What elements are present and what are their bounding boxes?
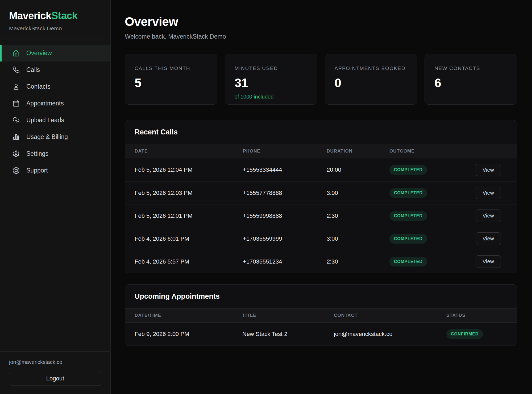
page-subtitle: Welcome back, MaverickStack Demo — [125, 33, 517, 40]
column-header-title: TITLE — [242, 313, 334, 318]
stat-value: 31 — [235, 76, 307, 90]
brand-second-word: Stack — [51, 10, 78, 21]
status-badge: CONFIRMED — [446, 329, 483, 339]
call-phone: +15557778888 — [243, 190, 327, 196]
view-button[interactable]: View — [476, 164, 501, 176]
brand: MaverickStack MaverickStack Demo — [0, 0, 110, 39]
stat-label: NEW CONTACTS — [434, 65, 507, 71]
sidebar-item-appointments[interactable]: Appointments — [0, 95, 110, 112]
stat-sub: of 1000 included — [235, 94, 307, 100]
calendar-icon — [13, 100, 20, 107]
app-root: MaverickStack MaverickStack Demo Overvie… — [0, 0, 532, 394]
view-button[interactable]: View — [476, 187, 501, 199]
sidebar-item-label: Appointments — [26, 100, 64, 107]
column-header-contact: CONTACT — [334, 313, 446, 318]
recent-calls-title: Recent Calls — [125, 120, 517, 144]
stat-label: MINUTES USED — [235, 65, 307, 71]
stat-card-new-contacts: NEW CONTACTS 6 — [425, 54, 517, 105]
stat-card-minutes-used: MINUTES USED 31 of 1000 included — [225, 54, 317, 105]
sidebar-item-label: Upload Leads — [26, 117, 64, 124]
column-header-status: STATUS — [446, 313, 507, 318]
stat-card-calls-this-month: CALLS THIS MONTH 5 — [125, 54, 217, 105]
call-duration: 3:00 — [327, 190, 389, 196]
column-header-phone: PHONE — [243, 149, 327, 154]
call-duration: 2:30 — [327, 212, 389, 219]
column-header-date: DATE — [135, 149, 243, 154]
sidebar-footer: jon@maverickstack.co Logout — [0, 351, 110, 394]
sidebar-nav: Overview Calls Contacts Appointments Upl… — [0, 45, 110, 179]
call-date: Feb 4, 2026 6:01 PM — [135, 235, 243, 242]
stat-card-appointments-booked: APPOINTMENTS BOOKED 0 — [325, 54, 417, 105]
status-badge: COMPLETED — [389, 257, 427, 266]
stat-label: APPOINTMENTS BOOKED — [335, 65, 408, 71]
column-header-duration: DURATION — [327, 149, 389, 154]
status-badge: COMPLETED — [389, 188, 427, 198]
call-date: Feb 4, 2026 5:57 PM — [135, 258, 243, 265]
table-row: Feb 5, 2026 12:01 PM +15559998888 2:30 C… — [125, 204, 517, 227]
call-date: Feb 5, 2026 12:03 PM — [135, 190, 243, 196]
sidebar-item-contacts[interactable]: Contacts — [0, 78, 110, 95]
main-content: Overview Welcome back, MaverickStack Dem… — [111, 0, 532, 394]
call-phone: +15559998888 — [243, 212, 327, 219]
sidebar-item-usage-billing[interactable]: Usage & Billing — [0, 129, 110, 145]
table-row: Feb 9, 2026 2:00 PM New Stack Test 2 jon… — [125, 323, 517, 346]
appointments-header-row: DATE/TIME TITLE CONTACT STATUS — [125, 308, 517, 323]
view-button[interactable]: View — [476, 232, 501, 245]
user-icon — [13, 83, 20, 90]
table-row: Feb 5, 2026 12:04 PM +15553334444 20:00 … — [125, 158, 517, 181]
column-header-outcome: OUTCOME — [389, 149, 466, 154]
recent-calls-header-row: DATE PHONE DURATION OUTCOME — [125, 144, 517, 158]
status-badge: COMPLETED — [389, 234, 427, 244]
sidebar-spacer — [0, 179, 110, 351]
logout-button[interactable]: Logout — [9, 372, 101, 385]
call-date: Feb 5, 2026 12:04 PM — [135, 166, 243, 173]
view-button[interactable]: View — [476, 255, 501, 268]
call-date: Feb 5, 2026 12:01 PM — [135, 212, 243, 219]
appointment-datetime: Feb 9, 2026 2:00 PM — [135, 331, 242, 338]
upcoming-appointments-title: Upcoming Appointments — [125, 285, 517, 308]
column-header-datetime: DATE/TIME — [135, 313, 242, 318]
sidebar-item-upload-leads[interactable]: Upload Leads — [0, 112, 110, 129]
sidebar-divider — [0, 39, 110, 39]
appointment-title: New Stack Test 2 — [242, 331, 334, 338]
appointment-contact: jon@maverickstack.co — [334, 331, 446, 338]
home-icon — [13, 50, 20, 57]
user-email: jon@maverickstack.co — [9, 359, 101, 365]
sidebar-item-calls[interactable]: Calls — [0, 61, 110, 78]
stats-row: CALLS THIS MONTH 5 MINUTES USED 31 of 10… — [125, 54, 517, 105]
call-phone: +17035559999 — [243, 235, 327, 242]
phone-icon — [13, 66, 20, 73]
sidebar: MaverickStack MaverickStack Demo Overvie… — [0, 0, 111, 394]
bar-chart-icon — [13, 133, 20, 141]
status-badge: COMPLETED — [389, 165, 427, 175]
sidebar-item-label: Calls — [26, 66, 40, 73]
table-row: Feb 5, 2026 12:03 PM +15557778888 3:00 C… — [125, 181, 517, 204]
sidebar-item-label: Support — [26, 167, 48, 174]
call-duration: 3:00 — [327, 235, 389, 242]
stat-value: 5 — [135, 76, 207, 90]
sidebar-item-label: Overview — [26, 50, 52, 57]
brand-logo: MaverickStack — [9, 10, 101, 22]
sidebar-item-label: Settings — [26, 150, 48, 157]
sidebar-item-label: Contacts — [26, 83, 51, 90]
call-phone: +15553334444 — [243, 166, 327, 173]
gear-icon — [13, 150, 20, 157]
page-title: Overview — [125, 14, 517, 29]
table-row: Feb 4, 2026 5:57 PM +17035551234 2:30 CO… — [125, 250, 517, 273]
brand-first-word: Maverick — [9, 10, 51, 21]
stat-value: 0 — [335, 76, 408, 90]
table-row: Feb 4, 2026 6:01 PM +17035559999 3:00 CO… — [125, 227, 517, 250]
stat-label: CALLS THIS MONTH — [135, 65, 207, 71]
status-badge: COMPLETED — [389, 211, 427, 221]
sidebar-item-support[interactable]: Support — [0, 162, 110, 179]
cloud-upload-icon — [13, 117, 20, 124]
recent-calls-panel: Recent Calls DATE PHONE DURATION OUTCOME… — [125, 120, 517, 273]
sidebar-item-label: Usage & Billing — [26, 133, 68, 141]
view-button[interactable]: View — [476, 210, 501, 222]
sidebar-item-settings[interactable]: Settings — [0, 145, 110, 162]
workspace-name: MaverickStack Demo — [9, 25, 101, 32]
life-buoy-icon — [13, 167, 20, 174]
call-duration: 2:30 — [327, 258, 389, 265]
call-phone: +17035551234 — [243, 258, 327, 265]
sidebar-item-overview[interactable]: Overview — [0, 45, 110, 61]
